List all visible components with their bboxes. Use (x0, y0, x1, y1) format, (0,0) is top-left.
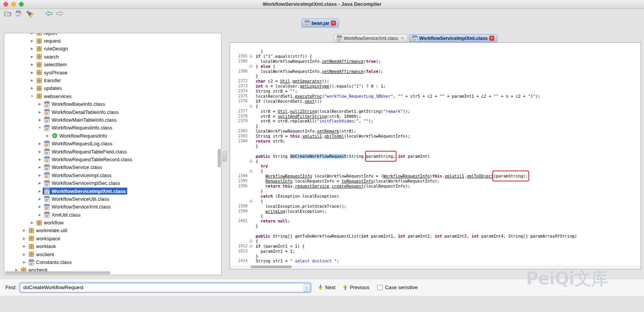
chevron-right-icon[interactable]: ▶ (29, 47, 35, 50)
chevron-right-icon[interactable]: ▶ (37, 197, 43, 201)
tree-item[interactable]: ▼webservices (4, 92, 217, 100)
find-history-stepper-icon[interactable]: ▲▼ (304, 284, 310, 292)
fold-collapse-icon[interactable] (249, 160, 253, 163)
chevron-down-icon[interactable]: ▼ (29, 95, 35, 98)
chevron-right-icon[interactable]: ▶ (29, 33, 35, 35)
tree-item[interactable]: ▶updates (4, 84, 217, 92)
chevron-right-icon[interactable]: ▶ (37, 174, 43, 177)
tree-item-content[interactable]: 010WorkflowRequestInfo.class (43, 124, 114, 131)
tree-item-content[interactable]: 010WorkflowDetailTableInfo.class (43, 109, 120, 115)
chevron-right-icon[interactable]: ▶ (29, 55, 35, 59)
tree-item[interactable]: ▶search (4, 53, 217, 60)
search-icon[interactable] (25, 10, 34, 17)
fold-collapse-icon[interactable] (249, 240, 253, 243)
tree-item-content[interactable]: workspace (27, 235, 62, 242)
tree-item[interactable]: ▶010WorkflowRequestTableRecord.class (4, 155, 217, 163)
tree-item[interactable]: ▶010WorkflowServiceImplXml.class (4, 187, 217, 195)
fold-collapse-icon[interactable] (249, 105, 253, 108)
fold-gutter[interactable] (248, 55, 253, 58)
tree-item-content[interactable]: worktask (27, 243, 57, 250)
tree-item-content[interactable]: workflow (35, 219, 65, 226)
tree-item[interactable]: ▶010WorkflowRequestLog.class (4, 140, 217, 147)
fold-gutter[interactable] (248, 170, 253, 173)
chevron-right-icon[interactable]: ▶ (37, 102, 43, 106)
code-tab[interactable]: 010WorkflowServiceImplXml.class (409, 34, 497, 42)
tree-item-content[interactable]: search (35, 53, 61, 60)
open-file-icon[interactable] (3, 10, 12, 17)
tree-item-content[interactable]: request (35, 38, 62, 44)
tree-item[interactable]: ▶010WorkflowServiceImplSec.class (4, 179, 217, 187)
tree-item[interactable]: ▶workrelate.util (4, 227, 217, 234)
fold-collapse-icon[interactable] (249, 55, 253, 58)
case-sensitive-option[interactable]: Case sensitive (377, 284, 418, 290)
close-icon[interactable] (489, 36, 494, 41)
chevron-right-icon[interactable]: ▶ (37, 213, 43, 217)
tree-item-content[interactable]: 010Constants.class (27, 259, 73, 266)
tree-horizontal-scrollbar[interactable] (5, 271, 216, 274)
tree-item[interactable]: ▶010WorkflowBaseInfo.class (4, 100, 217, 108)
tree-item-content[interactable]: 010WorkflowMainTableInfo.class (43, 116, 118, 123)
tree-item[interactable]: ▶010WorkflowService.class (4, 164, 217, 171)
fold-gutter[interactable] (248, 245, 253, 248)
tree-vertical-scrollbar[interactable] (218, 34, 221, 270)
tree-item-content[interactable]: CWorkflowRequestInfo (50, 133, 109, 139)
chevron-right-icon[interactable]: ▶ (29, 63, 35, 66)
find-input[interactable] (20, 283, 311, 292)
tree-item-content[interactable]: wsclient (27, 251, 55, 258)
chevron-right-icon[interactable]: ▶ (37, 205, 43, 209)
tree-item-content[interactable]: 010WorkflowRequestTableRecord.class (43, 156, 134, 163)
tree-item-content[interactable]: workrelate.util (27, 227, 69, 234)
chevron-right-icon[interactable]: ▶ (37, 158, 43, 161)
tree-item-content[interactable]: ruleDesign (35, 45, 69, 52)
tree-item[interactable]: ▶CWorkflowRequestInfo (4, 132, 217, 140)
tree-item-content[interactable]: 010WorkflowRequestTableField.class (43, 148, 128, 155)
case-sensitive-checkbox[interactable] (377, 285, 383, 290)
chevron-down-icon[interactable]: ▼ (37, 126, 43, 129)
scrollbar-thumb[interactable] (251, 265, 292, 268)
tree-item[interactable]: ▶report (4, 33, 217, 37)
chevron-right-icon[interactable]: ▶ (29, 86, 35, 90)
tree-item-content[interactable]: 010WorkflowRequestLog.class (43, 140, 114, 147)
tree-item[interactable]: ▶sysPhrase (4, 69, 217, 76)
tree-item-content[interactable]: webservices (35, 93, 73, 100)
chevron-right-icon[interactable]: ▶ (21, 237, 27, 240)
fold-gutter[interactable] (248, 200, 253, 203)
close-icon[interactable] (400, 36, 405, 41)
jar-tab[interactable]: 010bean.jar (301, 19, 339, 28)
tree-item[interactable]: ▶wsclient (4, 250, 217, 258)
chevron-right-icon[interactable]: ▶ (21, 253, 27, 256)
tree-item-content[interactable]: 010WorkflowServiceImplSec.class (43, 180, 122, 187)
tree-item[interactable]: ▶010WorkflowDetailTableInfo.class (4, 108, 217, 116)
scrollbar-thumb[interactable] (5, 271, 111, 274)
fold-collapse-icon[interactable] (249, 200, 253, 203)
tree-item-content[interactable]: 010WorkflowBaseInfo.class (43, 101, 107, 108)
chevron-right-icon[interactable]: ▶ (29, 221, 35, 224)
tree-item[interactable]: ▶010WorkflowServiceUtil.class (4, 195, 217, 203)
chevron-right-icon[interactable]: ▶ (29, 39, 35, 43)
chevron-right-icon[interactable]: ▶ (37, 110, 43, 114)
find-previous-button[interactable]: Previous (343, 284, 370, 290)
fold-collapse-icon[interactable] (249, 245, 253, 248)
fold-gutter[interactable] (248, 240, 253, 243)
scrollbar-thumb[interactable] (218, 149, 221, 167)
chevron-right-icon[interactable]: ▶ (37, 190, 43, 193)
chevron-right-icon[interactable]: ▶ (21, 245, 27, 248)
fold-gutter[interactable] (248, 160, 253, 163)
tree-item[interactable]: ▶workflow (4, 219, 217, 226)
tree-item[interactable]: ▶010WorkflowServiceImpl.class (4, 171, 217, 179)
tree-item-content[interactable]: 010XmlUtil.class (43, 211, 82, 218)
tree-item[interactable]: ▶transfer (4, 76, 217, 84)
chevron-right-icon[interactable]: ▶ (37, 181, 43, 185)
chevron-right-icon[interactable]: ▶ (37, 165, 43, 169)
zoom-window-button[interactable] (19, 2, 24, 7)
tree-item-content[interactable]: 010WorkflowService.class (43, 164, 104, 171)
tree-item-content[interactable]: report (35, 33, 59, 36)
tree-item-content[interactable]: selectItem (35, 61, 68, 68)
tree-item-content[interactable]: transfer (35, 77, 62, 84)
tree-item[interactable]: ▶workspace (4, 234, 217, 242)
code-editor[interactable]: }2365if ("1".equals(str7)) {2366 localWo… (230, 42, 641, 269)
close-window-button[interactable] (3, 2, 8, 7)
minimize-window-button[interactable] (11, 2, 16, 7)
fold-gutter[interactable] (248, 105, 253, 108)
forward-icon[interactable] (55, 10, 64, 17)
